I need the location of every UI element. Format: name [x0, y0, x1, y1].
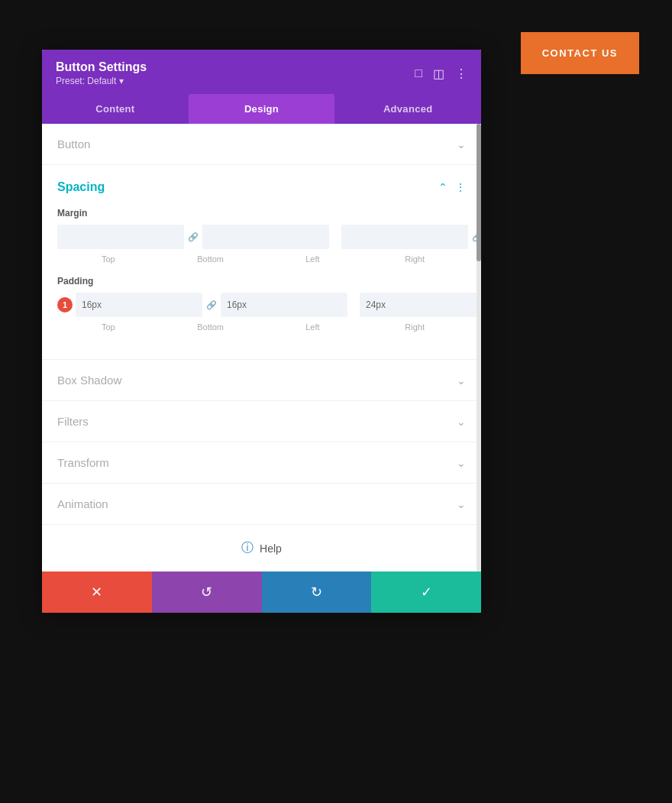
animation-section: Animation ⌄: [42, 484, 481, 525]
spacing-more-icon[interactable]: ⋮: [455, 181, 466, 193]
more-options-icon[interactable]: ⋮: [455, 66, 467, 81]
animation-section-title: Animation: [57, 497, 108, 510]
panel-header: Button Settings Preset: Default ▾ □ ◫ ⋮: [42, 50, 481, 94]
scrollbar-thumb[interactable]: [477, 124, 481, 261]
margin-right-label: Right: [363, 254, 466, 264]
bottom-bar: ✕ ↺ ↻ ✓: [42, 571, 481, 613]
box-shadow-section-title: Box Shadow: [57, 374, 121, 387]
help-label: Help: [260, 542, 282, 555]
box-shadow-chevron-icon: ⌄: [457, 374, 466, 387]
tab-advanced[interactable]: Advanced: [334, 94, 481, 124]
scrollbar-track[interactable]: [477, 124, 481, 571]
spacing-section-header: Spacing ⌃ ⋮: [57, 180, 466, 194]
panel-header-icons: □ ◫ ⋮: [415, 66, 467, 81]
transform-chevron-icon: ⌄: [457, 457, 466, 469]
cancel-icon: ✕: [91, 584, 102, 601]
box-shadow-section-header[interactable]: Box Shadow ⌄: [42, 360, 481, 400]
help-row[interactable]: ⓘ Help: [42, 525, 481, 571]
transform-section-header[interactable]: Transform ⌄: [42, 442, 481, 483]
box-shadow-section: Box Shadow ⌄: [42, 360, 481, 401]
margin-top-pair: 🔗: [57, 225, 202, 249]
margin-left-input[interactable]: [341, 225, 468, 249]
help-icon: ⓘ: [241, 540, 254, 556]
filters-chevron-icon: ⌄: [457, 416, 466, 428]
padding-top-label: Top: [57, 322, 160, 332]
margin-bottom-pair: [202, 225, 329, 249]
spacing-section-title: Spacing: [57, 180, 105, 194]
margin-bottom-input[interactable]: [202, 225, 329, 249]
fullscreen-icon[interactable]: □: [415, 66, 422, 80]
columns-icon[interactable]: ◫: [433, 66, 444, 81]
transform-section-title: Transform: [57, 456, 109, 469]
filters-section-header[interactable]: Filters ⌄: [42, 401, 481, 442]
button-chevron-icon: ⌄: [457, 138, 466, 151]
padding-bottom-pair: [221, 293, 347, 317]
padding-error-indicator: 1: [57, 297, 73, 312]
margin-top-input[interactable]: [57, 225, 184, 249]
redo-button[interactable]: ↻: [262, 571, 372, 613]
contact-us-button[interactable]: CONTACT US: [521, 32, 639, 74]
padding-left-label: Left: [262, 322, 364, 332]
contact-us-label: CONTACT US: [542, 47, 618, 59]
spacing-header-icons: ⌃ ⋮: [438, 181, 466, 193]
padding-link-icon-1[interactable]: 🔗: [202, 300, 221, 310]
panel-title: Button Settings: [56, 60, 147, 74]
cancel-button[interactable]: ✕: [42, 571, 152, 613]
padding-top-pair: 1 🔗: [57, 293, 221, 317]
animation-chevron-icon: ⌄: [457, 498, 466, 510]
margin-bottom-label: Bottom: [160, 254, 262, 264]
margin-labels-row: Top Bottom Left Right: [57, 252, 466, 264]
padding-fields-row: 1 🔗 🔗: [57, 293, 466, 317]
padding-right-label: Right: [363, 322, 466, 332]
padding-bottom-input[interactable]: [221, 293, 347, 317]
panel-preset[interactable]: Preset: Default ▾: [56, 76, 147, 86]
undo-button[interactable]: ↺: [152, 571, 262, 613]
panel-header-left: Button Settings Preset: Default ▾: [56, 60, 147, 86]
margin-label: Margin: [57, 208, 466, 219]
spacing-section: Spacing ⌃ ⋮ Margin 🔗: [42, 165, 481, 360]
margin-fields-row: 🔗 🔗: [57, 225, 466, 249]
filters-section: Filters ⌄: [42, 401, 481, 442]
panel-scroll-area: Button ⌄ Spacing ⌃ ⋮ Margin 🔗: [42, 124, 481, 571]
padding-left-pair: 🔗: [360, 293, 481, 317]
margin-left-pair: 🔗: [341, 225, 481, 249]
button-section: Button ⌄: [42, 124, 481, 165]
tab-content[interactable]: Content: [42, 94, 189, 124]
animation-section-header[interactable]: Animation ⌄: [42, 484, 481, 524]
panel-tabs: Content Design Advanced: [42, 94, 481, 124]
redo-icon: ↻: [311, 584, 322, 601]
tab-design[interactable]: Design: [189, 94, 335, 124]
button-settings-panel: Button Settings Preset: Default ▾ □ ◫ ⋮ …: [42, 50, 481, 613]
save-button[interactable]: ✓: [371, 571, 481, 613]
padding-bottom-label: Bottom: [160, 322, 262, 332]
padding-labels-row: Top Bottom Left Right: [57, 320, 466, 332]
spacing-collapse-icon[interactable]: ⌃: [438, 181, 447, 193]
padding-top-input[interactable]: [76, 293, 202, 317]
button-section-title: Button: [57, 138, 90, 151]
save-icon: ✓: [421, 584, 432, 601]
margin-link-icon-1[interactable]: 🔗: [184, 232, 202, 242]
margin-left-label: Left: [262, 254, 364, 264]
undo-icon: ↺: [201, 584, 212, 601]
transform-section: Transform ⌄: [42, 442, 481, 484]
margin-top-label: Top: [57, 254, 160, 264]
button-section-header[interactable]: Button ⌄: [42, 124, 481, 164]
padding-left-input[interactable]: [360, 293, 481, 317]
filters-section-title: Filters: [57, 415, 89, 428]
padding-label: Padding: [57, 276, 466, 287]
